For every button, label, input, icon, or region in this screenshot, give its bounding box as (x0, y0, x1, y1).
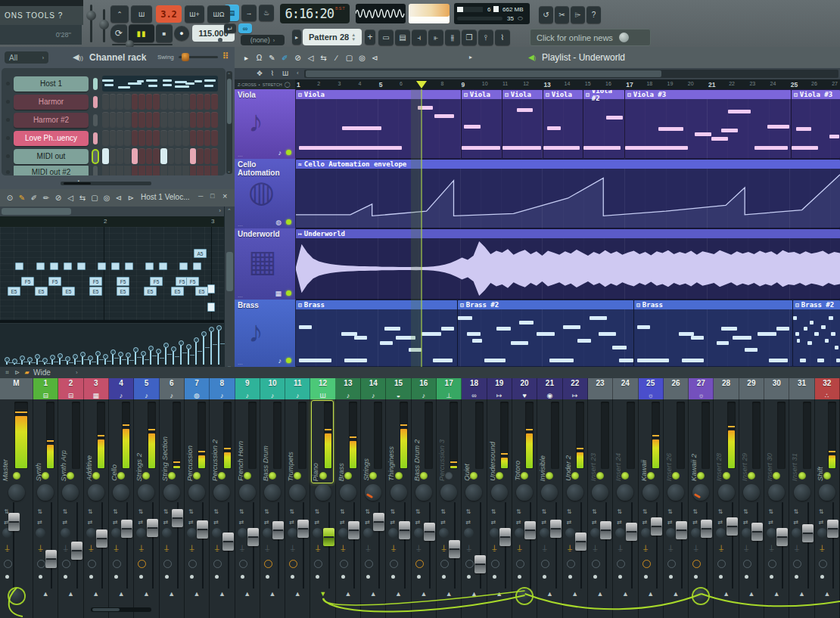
route-arrow-up[interactable]: ▲ (386, 590, 410, 598)
stereo-sep-icon[interactable]: ⇅ (640, 508, 650, 515)
piano-note[interactable]: F5 (48, 277, 61, 286)
eq-knob[interactable] (792, 528, 801, 538)
pan-knob[interactable] (213, 484, 230, 501)
channel-filter-select[interactable]: All› (5, 51, 48, 64)
mixer-number-10[interactable]: 10♪ (260, 378, 285, 399)
eq-knob[interactable] (666, 528, 676, 538)
latency-clock-icon[interactable] (138, 560, 146, 568)
mixer-number-32[interactable]: 32∴ (815, 378, 840, 399)
latency-clock-icon[interactable] (239, 560, 247, 568)
mixer-number-30[interactable]: 30 (764, 378, 789, 399)
eq-knob[interactable] (313, 528, 322, 538)
channel-select-dot[interactable] (6, 154, 10, 158)
record-arm-dot[interactable] (442, 575, 446, 579)
pan-knob[interactable] (415, 484, 432, 501)
clip-header[interactable]: ⊟Viola #3 (792, 90, 840, 99)
volume-fader[interactable] (399, 521, 410, 539)
select-tool-icon[interactable]: ▢ (89, 192, 100, 203)
step-button[interactable] (160, 112, 167, 128)
pan-knob[interactable] (289, 484, 306, 501)
record-arm-dot[interactable] (5, 575, 9, 579)
slip-edit-icon[interactable]: ✎ (266, 52, 278, 63)
fx-plug-icon[interactable]: ⍊ (238, 543, 247, 554)
scroll-left-icon[interactable]: ‹ (297, 70, 299, 76)
typing-keyboard-icon[interactable]: ⌃ (110, 5, 129, 23)
pan-arrows-icon[interactable]: ⇄ (135, 519, 145, 526)
latency-clock-icon[interactable] (592, 560, 600, 568)
step-button[interactable] (153, 130, 160, 146)
pan-arrows-icon[interactable]: ⇄ (237, 519, 247, 526)
record-arm-dot[interactable] (39, 575, 42, 579)
step-button[interactable] (132, 112, 138, 128)
eq-knob[interactable] (590, 528, 600, 538)
step-button[interactable] (190, 130, 197, 146)
step-button[interactable] (175, 166, 182, 175)
track-header-viola[interactable]: Viola♪...♪ (235, 89, 295, 160)
stereo-sep-icon[interactable]: ⇅ (211, 508, 221, 515)
pan-knob[interactable] (62, 484, 79, 501)
pan-knob[interactable] (365, 484, 381, 501)
latency-clock-icon[interactable] (692, 560, 701, 568)
record-arm-dot[interactable] (795, 575, 798, 579)
countdown-icon[interactable]: ШΩ (207, 5, 230, 23)
fx-plug-icon[interactable]: ⍊ (540, 543, 549, 554)
stereo-sep-icon[interactable]: ⇅ (463, 508, 473, 515)
route-arrow-up[interactable]: ▲ (714, 590, 738, 598)
stereo-sep-icon[interactable]: ⇅ (110, 508, 120, 515)
velocity-handle[interactable] (216, 325, 222, 331)
velocity-handle[interactable] (118, 352, 123, 357)
piano-note[interactable]: F5 (117, 277, 129, 286)
stereo-sep-icon[interactable]: ⇅ (338, 508, 347, 515)
volume-fader[interactable] (651, 517, 662, 536)
eq-knob[interactable] (414, 528, 424, 538)
layout-icon[interactable]: ▰ (23, 368, 31, 377)
route-arrow-up[interactable]: ▲ (285, 590, 310, 598)
stereo-sep-icon[interactable]: ⇅ (539, 508, 549, 515)
route-arrow-up[interactable]: ▲ (563, 590, 587, 598)
step-button[interactable] (102, 166, 109, 175)
volume-fader[interactable] (96, 529, 107, 548)
volume-fader[interactable] (172, 509, 183, 527)
mixer-view-select[interactable]: Wide (33, 368, 51, 377)
stereo-sep-icon[interactable]: ⇅ (35, 508, 45, 515)
mixer-number-19[interactable]: 19↦ (487, 378, 512, 399)
recording-filter-icon[interactable]: ♨ (259, 5, 274, 21)
pan-arrows-icon[interactable]: ⇄ (489, 519, 499, 526)
channel-mute-led[interactable] (93, 132, 98, 144)
fx-plug-icon[interactable]: ⍊ (515, 543, 524, 554)
window-maximize-button[interactable]: □ (210, 192, 214, 200)
mixer-strip-undersound[interactable]: Undersound⇅⇄⍊▲ (487, 399, 512, 618)
step-button[interactable] (117, 94, 123, 110)
mute-led[interactable] (445, 472, 453, 480)
step-button[interactable] (132, 148, 138, 164)
eq-knob[interactable] (212, 528, 222, 538)
velocity-handle[interactable] (171, 346, 176, 352)
velocity-handle[interactable] (201, 331, 207, 337)
velocity-handle[interactable] (126, 352, 131, 358)
eq-knob[interactable] (162, 528, 172, 538)
news-button[interactable]: Click for online news (530, 29, 651, 46)
pattern-add-button[interactable]: + (365, 30, 375, 45)
step-button[interactable] (182, 112, 189, 128)
pan-arrows-icon[interactable]: ⇄ (690, 519, 700, 526)
mixer-number-2[interactable]: 2⊟ (58, 378, 83, 399)
link-selector[interactable]: (none)› (241, 35, 285, 45)
piano-note[interactable]: E5 (144, 287, 157, 296)
mixer-number-22[interactable]: 22↦ (563, 378, 588, 399)
volume-fader[interactable] (348, 521, 359, 539)
route-arrow-up[interactable]: ▲ (739, 590, 764, 598)
wait-input-icon[interactable]: Ш+ (185, 5, 204, 23)
channel-button-midi-out[interactable]: MIDI out (14, 149, 89, 164)
latency-clock-icon[interactable] (717, 560, 726, 568)
mixer-number-18[interactable]: 18∞ (462, 378, 487, 399)
record-button[interactable]: ● (174, 26, 189, 41)
record-arm-dot[interactable] (593, 575, 597, 579)
step-button[interactable] (190, 94, 197, 110)
pan-arrows-icon[interactable]: ⇄ (362, 519, 372, 526)
pan-arrows-icon[interactable]: ⇄ (817, 519, 826, 526)
pan-knob[interactable] (113, 484, 129, 501)
record-arm-dot[interactable] (165, 575, 169, 579)
fx-plug-icon[interactable]: ⍊ (137, 543, 145, 554)
velocity-handle[interactable] (95, 351, 101, 356)
mixer-hscrollbar[interactable] (91, 607, 151, 612)
